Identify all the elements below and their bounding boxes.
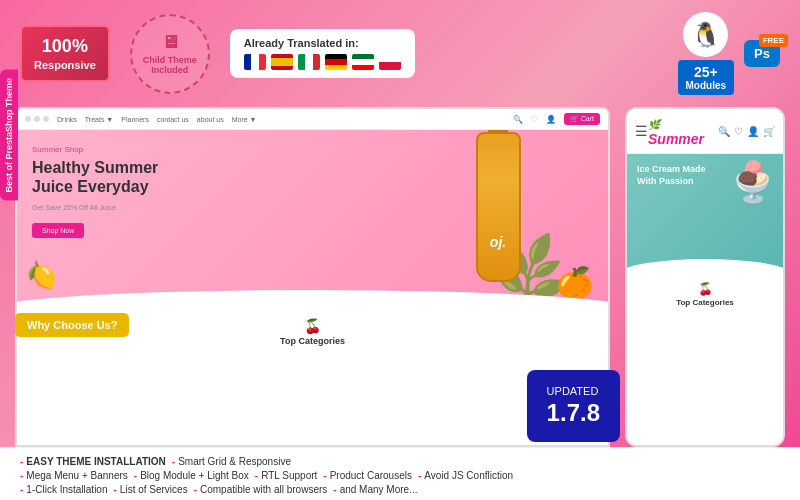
feature-easy-install: - EASY THEME INSTALLATION: [20, 456, 166, 467]
translation-title: Already Translated in:: [244, 37, 359, 49]
flag-spanish: [271, 54, 293, 70]
feature-mega-menu: - Mega Menu + Banners: [20, 470, 128, 481]
mobile-cart-icon[interactable]: 🛒: [763, 126, 775, 137]
ps-label: Ps: [754, 46, 770, 61]
mobile-categories: 🍒 Top Categories: [627, 274, 783, 315]
child-theme-line1: Child Theme: [143, 55, 197, 65]
dash-4: -: [134, 470, 137, 481]
dash-2: -: [172, 456, 175, 467]
responsive-percent: 100%: [34, 35, 96, 58]
ice-cream-image: 🍨: [728, 159, 778, 206]
feature-more-label: and Many More...: [340, 484, 418, 495]
feature-1click: - 1-Click Installation: [20, 484, 108, 495]
mobile-icons: 🔍 ♡ 👤 🛒: [718, 126, 775, 137]
flag-italian: [298, 54, 320, 70]
updated-badge: UPDATED 1.7.8: [527, 370, 620, 442]
features-row-2: - Mega Menu + Banners - Blog Module + Li…: [20, 470, 780, 481]
ps-badge: Ps FREE: [744, 40, 780, 67]
mobile-search-icon[interactable]: 🔍: [718, 126, 730, 137]
nav-right: 🔍 ♡ 👤 🛒 Cart: [513, 113, 600, 125]
feature-carousels: - Product Carousels: [323, 470, 412, 481]
flag-french: [244, 54, 266, 70]
child-theme-line2: Included: [151, 65, 188, 75]
bottle-shape: oj.: [476, 132, 521, 282]
nav-contact[interactable]: contact us: [157, 116, 189, 123]
mobile-preview: ☰ 🌿 Summer 🔍 ♡ 👤 🛒 Ice Cream MadeWith Pa…: [625, 107, 785, 447]
dash-3: -: [20, 470, 23, 481]
dash-6: -: [323, 470, 326, 481]
mobile-cat-title: Top Categories: [635, 298, 775, 307]
logo-leaf: 🌿: [648, 119, 660, 130]
responsive-badge: 100% Responsive: [20, 25, 110, 83]
mobile-wavy: [627, 259, 783, 274]
feature-carousels-label: Product Carousels: [330, 470, 412, 481]
user-icon[interactable]: 👤: [546, 115, 556, 124]
feature-no-conflict: - Avoid JS Confliction: [418, 470, 513, 481]
modules-num: 25+: [694, 64, 718, 80]
nav-dot-2: [34, 116, 40, 122]
dash-10: -: [194, 484, 197, 495]
modules-label: Modules: [686, 80, 727, 91]
shop-now-button[interactable]: Shop Now: [32, 223, 84, 238]
feature-rtl-label: RTL Support: [261, 470, 317, 481]
orange-decoration: 🍊: [556, 265, 593, 300]
nav-dots: [25, 116, 49, 122]
desktop-preview: Drinks Treats ▼ Planners contact us abou…: [15, 107, 610, 447]
nav-dot-1: [25, 116, 31, 122]
mobile-heart-icon[interactable]: ♡: [734, 126, 743, 137]
lemon-decoration: 🍋: [23, 257, 62, 295]
features-row-3: - 1-Click Installation - List of Service…: [20, 484, 780, 495]
flags-row: [244, 54, 401, 70]
nav-about[interactable]: about us: [197, 116, 224, 123]
nav-more[interactable]: More ▼: [232, 116, 257, 123]
page-container: Best of PrestaShop Theme 100% Responsive…: [0, 0, 800, 500]
why-choose-button[interactable]: Why Choose Us?: [15, 313, 129, 337]
child-theme-icon: 🖥: [161, 32, 179, 53]
top-bar: 100% Responsive 🖥 Child Theme Included A…: [0, 0, 800, 107]
mobile-logo: 🌿 Summer: [648, 115, 718, 147]
translation-box: Already Translated in:: [230, 29, 415, 78]
search-icon[interactable]: 🔍: [513, 115, 523, 124]
feature-smart-grid: - Smart Grid & Responsive: [172, 456, 291, 467]
feature-mega-menu-label: Mega Menu + Banners: [26, 470, 127, 481]
dash-5: -: [255, 470, 258, 481]
mobile-header: ☰ 🌿 Summer 🔍 ♡ 👤 🛒: [627, 109, 783, 154]
feature-smart-grid-label: Smart Grid & Responsive: [178, 456, 291, 467]
updated-label: UPDATED: [547, 385, 600, 397]
feature-no-conflict-label: Avoid JS Confliction: [424, 470, 513, 481]
bottle-label: oj.: [490, 234, 506, 250]
main-content: Drinks Treats ▼ Planners contact us abou…: [0, 107, 800, 447]
mobile-user-icon[interactable]: 👤: [747, 126, 759, 137]
responsive-label: Responsive: [34, 58, 96, 72]
flag-german: [325, 54, 347, 70]
feature-list-services: - List of Services: [114, 484, 188, 495]
feature-1click-label: 1-Click Installation: [26, 484, 107, 495]
dash-11: -: [333, 484, 336, 495]
preview-hero: Summer Shop Healthy SummerJuice Everyday…: [17, 130, 608, 310]
features-row-1: - EASY THEME INSTALLATION - Smart Grid &…: [20, 456, 780, 467]
nav-drinks[interactable]: Drinks: [57, 116, 77, 123]
nav-treats[interactable]: Treats ▼: [85, 116, 113, 123]
feature-rtl: - RTL Support: [255, 470, 318, 481]
penguin-badge: 🐧 25+ Modules: [678, 12, 735, 95]
feature-compatible: - Compatible with all browsers: [194, 484, 328, 495]
bottom-features: - EASY THEME INSTALLATION - Smart Grid &…: [0, 447, 800, 500]
feature-compatible-label: Compatible with all browsers: [200, 484, 327, 495]
child-theme-badge: 🖥 Child Theme Included: [130, 14, 210, 94]
right-badges: 🐧 25+ Modules Ps FREE: [678, 12, 780, 95]
dash-1: -: [20, 456, 23, 467]
categories-title: Top Categories: [25, 336, 600, 346]
feature-easy-install-label: EASY THEME INSTALLATION: [26, 456, 165, 467]
cart-button[interactable]: 🛒 Cart: [564, 113, 600, 125]
logo-text: Summer: [648, 131, 704, 147]
mobile-cherry-icon: 🍒: [635, 282, 775, 296]
free-tag: FREE: [759, 34, 788, 47]
hamburger-icon[interactable]: ☰: [635, 123, 648, 139]
version-number: 1.7.8: [547, 399, 600, 426]
heart-icon[interactable]: ♡: [531, 115, 538, 124]
nav-planners[interactable]: Planners: [121, 116, 149, 123]
nav-links: Drinks Treats ▼ Planners contact us abou…: [57, 116, 257, 123]
flag-arabic: [352, 54, 374, 70]
modules-badge: 25+ Modules: [678, 60, 735, 95]
nav-dot-3: [43, 116, 49, 122]
